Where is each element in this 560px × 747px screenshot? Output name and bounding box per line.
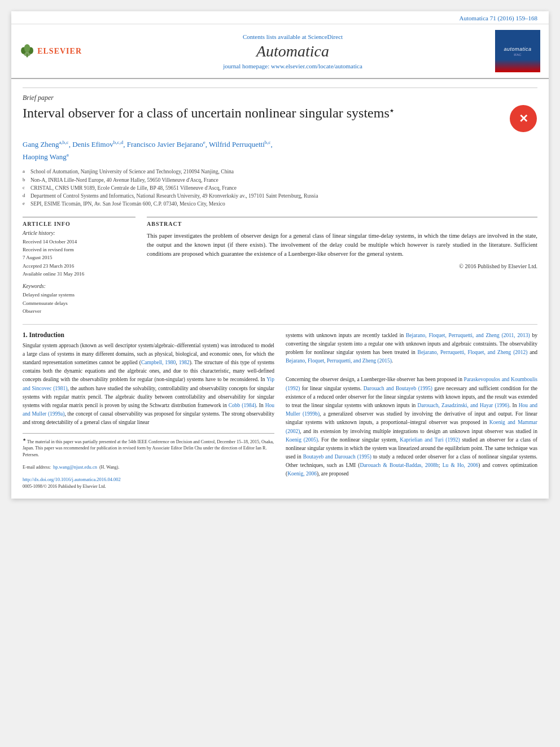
article-meta-area: ARTICLE INFO Article history: Received 1… <box>23 217 537 316</box>
body-right-paragraph-1: systems with unknown inputs are recently… <box>286 331 537 366</box>
journal-homepage-line: journal homepage: www.elsevier.com/locat… <box>90 63 495 69</box>
abstract-copyright: © 2016 Published by Elsevier Ltd. <box>147 263 537 269</box>
author-haoping-wang-sup: a <box>67 152 69 158</box>
crossmark-badge: ✕ <box>509 104 537 133</box>
automatica-logo-title: automatica <box>504 46 531 52</box>
ref-kaprielian-turi[interactable]: Kaprielian and Turi (1992) <box>400 437 460 443</box>
keyword-3: Observer <box>23 307 135 315</box>
affil-e: e SEPI, ESIME Ticomán, IPN, Av. San José… <box>23 200 537 208</box>
body-right-col: systems with unknown inputs are recently… <box>286 331 537 491</box>
abstract-box: ABSTRACT This paper investigates the pro… <box>147 217 537 270</box>
author-haoping-wang: Haoping Wang <box>23 152 67 161</box>
article-info-col: ARTICLE INFO Article history: Received 1… <box>23 217 135 316</box>
ref-campbell-1982[interactable]: 1982 <box>179 360 190 365</box>
page: Automatica 71 (2016) 159–168 ELSEVIER Co… <box>11 11 549 499</box>
ref-darouach-1996[interactable]: Darouach, Zasadzinski, and Hayar (1996) <box>418 403 509 408</box>
authors-list: Gang Zhenga,b,c, Denis Efimovb,c,d, Fran… <box>23 138 537 163</box>
footnote-star-note: The material in this paper was partially… <box>23 439 274 457</box>
ref-lu-ho[interactable]: Lu & Ho, 2006 <box>443 462 478 468</box>
section1-title-text: Introduction <box>29 331 64 338</box>
ref-cobb-1984[interactable]: Cobb (1984) <box>229 403 256 408</box>
affil-d-text: Department of Control Systems and Inform… <box>30 192 318 200</box>
footnote-star-text: ★ The material in this paper was partial… <box>23 437 274 459</box>
footnote-issn: 0005-1098/© 2016 Published by Elsevier L… <box>23 483 274 490</box>
body-two-col: 1. Introduction Singular system approach… <box>23 324 537 491</box>
affil-e-text: SEPI, ESIME Ticomán, IPN, Av. San José T… <box>30 200 225 208</box>
journal-center-info: Contents lists available at ScienceDirec… <box>90 33 495 69</box>
footnote-doi-line: http://dx.doi.org/10.1016/j.automatica.2… <box>23 473 274 483</box>
ref-koenig-2005[interactable]: Koenig (2005) <box>286 437 318 443</box>
journal-header: ELSEVIER Contents lists available at Sci… <box>11 24 549 79</box>
footnote-star-symbol: ★ <box>23 438 26 442</box>
affil-b-text: Non-A, INRIA Lille-Nord Europe, 40 Avenu… <box>30 176 218 184</box>
automatica-logo-subtext: IFAC <box>514 53 521 56</box>
keywords-title: Keywords: <box>23 283 135 289</box>
author-gang-zheng-sup: a,b,c <box>59 139 69 145</box>
body-right-paragraph-2: Concerning the observer design, a Luenbe… <box>286 375 537 478</box>
ref-bejarano-2015[interactable]: Bejarano, Floquet, Perruquetti, and Zhen… <box>286 358 392 364</box>
sciencedirect-line: Contents lists available at ScienceDirec… <box>90 33 495 40</box>
sciencedirect-link-text[interactable]: ScienceDirect <box>308 33 343 40</box>
section1-title: 1. Introduction <box>23 331 274 338</box>
ref-yip-sincovec[interactable]: Yip and Sincovec (1981) <box>23 377 274 391</box>
main-content: Brief paper Interval observer for a clas… <box>11 79 549 499</box>
crossmark-circle-icon: ✕ <box>510 105 537 132</box>
article-info-title: ARTICLE INFO <box>23 221 135 227</box>
keywords-section: Keywords: Delayed singular systems Comme… <box>23 283 135 315</box>
article-history-label: Article history: <box>23 230 135 236</box>
ref-darouach-boutayeb-1995[interactable]: Darouach and Boutayeb (1995) <box>364 386 432 391</box>
ref-bejarano-2011-2013[interactable]: Bejarano, Floquet, Perruquetti, and Zhen… <box>406 333 530 338</box>
affil-b-letter: b <box>23 176 28 184</box>
history-item-1: Received 14 October 2014 <box>23 238 135 246</box>
affil-c-letter: c <box>23 184 28 192</box>
ref-bejarano-2012[interactable]: Bejarano, Perruquetti, Floquet, and Zhen… <box>418 350 528 355</box>
history-item-4: Accepted 23 March 2016 <box>23 262 135 270</box>
footnote-links: E-mail address: hp.wang@njust.edu.cn (H.… <box>23 461 274 471</box>
paper-type-label: Brief paper <box>23 88 537 102</box>
article-info-box: ARTICLE INFO Article history: Received 1… <box>23 217 135 316</box>
author-gang-zheng: Gang Zheng <box>23 140 59 148</box>
paper-title: Interval observer for a class of uncerta… <box>23 104 498 122</box>
journal-title: Automatica <box>90 42 495 60</box>
elsevier-logo: ELSEVIER <box>20 36 82 67</box>
ref-darouach-boutat-baddas[interactable]: Darouach & Boutat-Baddas, 2008b <box>360 462 438 468</box>
history-item-2: Received in revised form <box>23 246 135 254</box>
homepage-link[interactable]: www.elsevier.com/locate/automatica <box>271 63 362 69</box>
elsevier-tree-icon <box>20 36 34 67</box>
history-item-3: 7 August 2015 <box>23 254 135 261</box>
ref-koenig-2006[interactable]: Koenig, 2006 <box>287 471 317 477</box>
affil-c-text: CRISTAL, CNRS UMR 9189, Ecole Centrale d… <box>30 184 237 192</box>
sciencedirect-pretext: Contents lists available at <box>243 33 307 40</box>
author-denis-efimov: Denis Efimov <box>72 140 113 148</box>
affil-c: c CRISTAL, CNRS UMR 9189, Ecole Centrale… <box>23 184 537 192</box>
ref-koenig-mammar-2002[interactable]: Koenig and Mammar (2002) <box>286 420 537 434</box>
affiliations-block: a School of Automation, Nanjing Universi… <box>23 168 537 208</box>
body-left-paragraph: Singular system approach (known as well … <box>23 342 274 427</box>
footnote-email-link[interactable]: hp.wang@njust.edu.cn <box>53 464 97 470</box>
footnote-email-person: (H. Wang). <box>99 465 119 470</box>
ref-boutayeb-darouach-1995[interactable]: Boutayeb and Darouach (1995) <box>303 454 371 460</box>
author-denis-efimov-sup: b,c,d <box>113 139 124 145</box>
svg-point-4 <box>24 44 30 52</box>
footnote-doi[interactable]: http://dx.doi.org/10.1016/j.automatica.2… <box>23 477 121 482</box>
author-wilfrid-perruquetti: Wilfrid Perruquetti <box>209 140 265 148</box>
keyword-1: Delayed singular systems <box>23 291 135 299</box>
journal-ref-text: Automatica 71 (2016) 159–168 <box>460 15 537 21</box>
abstract-col: ABSTRACT This paper investigates the pro… <box>147 217 537 316</box>
automatica-logo-block: automatica IFAC <box>495 30 540 72</box>
author-francisco-bejarano: Francisco Javier Bejarano <box>127 140 203 148</box>
title-footnote-star: ★ <box>390 108 394 113</box>
paper-title-row: Interval observer for a class of uncerta… <box>23 104 537 133</box>
affil-a-text: School of Automation, Nanjing University… <box>30 168 234 176</box>
abstract-text: This paper investigates the problem of o… <box>147 231 537 259</box>
section1-num: 1. <box>23 331 28 338</box>
homepage-pretext: journal homepage: <box>223 63 269 69</box>
ref-campbell-1980[interactable]: Campbell, 1980 <box>141 360 176 365</box>
affil-d-letter: d <box>23 192 28 200</box>
body-left-col: 1. Introduction Singular system approach… <box>23 331 274 491</box>
affil-a-letter: a <box>23 168 28 176</box>
footnote-area: ★ The material in this paper was partial… <box>23 433 274 491</box>
affil-a: a School of Automation, Nanjing Universi… <box>23 168 537 176</box>
elsevier-wordmark: ELSEVIER <box>37 47 82 56</box>
abstract-title: ABSTRACT <box>147 221 537 227</box>
